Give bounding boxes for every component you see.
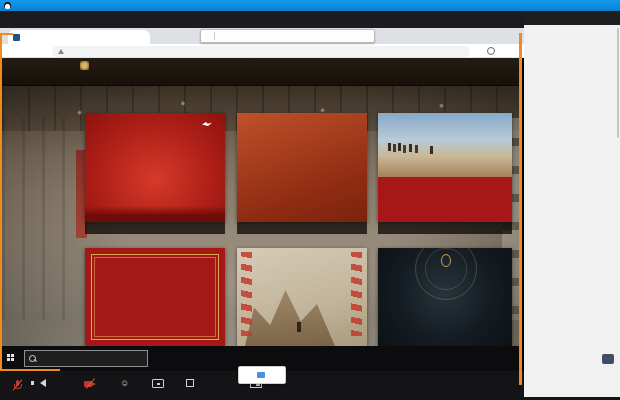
desktop-top-band: [0, 11, 524, 28]
share-border-bottom: [0, 369, 60, 371]
poster-new-year[interactable]: [85, 248, 225, 346]
site-header-title: [350, 67, 353, 77]
camera-off-icon: [84, 379, 97, 388]
hall-left-wall: [2, 118, 82, 346]
profile-icon[interactable]: [487, 47, 495, 55]
poster-oracle-bone[interactable]: [378, 248, 512, 346]
poster-painting-exhibition[interactable]: [237, 248, 367, 346]
not-secure-icon: [58, 49, 64, 54]
mic-muted-button[interactable]: [12, 379, 22, 392]
poster3-caption: [378, 222, 512, 234]
poster1-caption: [85, 222, 225, 234]
speaker-icon: [40, 379, 46, 387]
calligraphy-strokes-left: [241, 252, 252, 336]
taskbar-search-input[interactable]: [39, 356, 143, 362]
poster3-painting: [378, 113, 512, 177]
calligraphy-strokes-right: [351, 252, 362, 336]
share-border-right: [519, 33, 522, 385]
panel-header: [524, 10, 620, 25]
call-member-panel: [524, 10, 620, 397]
tab-favicon: [13, 34, 20, 41]
screen-icon: [152, 379, 164, 388]
share-border-top: [0, 33, 13, 35]
start-button[interactable]: [7, 354, 15, 362]
panel-corner-icon[interactable]: [602, 354, 614, 364]
taskbar-search-box[interactable]: [24, 350, 148, 367]
qq-titlebar: [0, 0, 620, 11]
oracle-emblem-icon: [441, 254, 451, 267]
screen-share-statusbar[interactable]: [200, 29, 375, 43]
fullscreen-button[interactable]: [186, 379, 197, 387]
dove-graphic: [202, 122, 212, 126]
search-icon: [29, 355, 36, 362]
qq-penguin-icon: [4, 2, 11, 9]
museum-logo[interactable]: [80, 61, 93, 70]
museum-site: [2, 58, 519, 346]
museum-emblem-icon: [80, 61, 89, 70]
panel-scrollbar[interactable]: [617, 28, 619, 138]
painting-mountains: [245, 276, 335, 346]
site-header: [2, 58, 519, 86]
smiley-icon: ☺: [120, 379, 129, 388]
poster-standing-east[interactable]: [378, 113, 512, 222]
screen-share-button[interactable]: [152, 379, 164, 388]
browser-tab[interactable]: [8, 30, 150, 44]
painting-figure: [297, 322, 301, 332]
poster-great-reform[interactable]: [85, 113, 225, 222]
poster1-gate-silhouette: [85, 206, 225, 222]
address-bar[interactable]: [52, 46, 470, 57]
poster-road-to-rejuvenation[interactable]: [237, 113, 367, 222]
emoji-button[interactable]: ☺: [120, 379, 129, 388]
camera-off-button[interactable]: [84, 379, 97, 388]
painting-figures: [388, 143, 391, 151]
speaker-button[interactable]: [40, 379, 46, 387]
share-border-left: [0, 33, 2, 371]
mic-muted-icon: [12, 379, 22, 392]
poster2-caption: [237, 222, 367, 234]
ratio-popup[interactable]: [238, 366, 286, 384]
monitor-icon: [257, 372, 265, 378]
share-divider: [214, 32, 215, 40]
windows-logo-icon: [7, 354, 10, 357]
fullscreen-icon: [186, 379, 194, 387]
